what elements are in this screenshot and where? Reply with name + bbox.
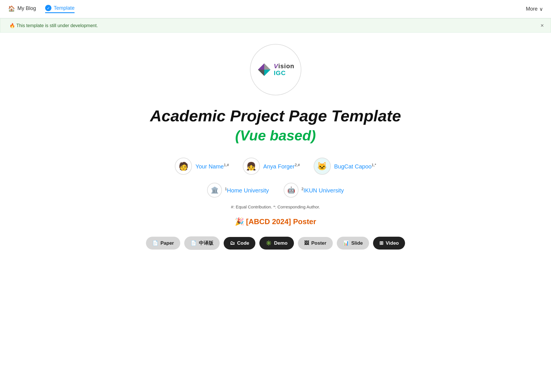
author-3[interactable]: 🐱 BugCat Capoo1,* — [314, 158, 376, 175]
demo-icon: ✳️ — [266, 240, 272, 246]
author-1[interactable]: 🧑 Your Name1,# — [175, 158, 229, 175]
page-subtitle: (Vue based) — [125, 127, 426, 144]
nav-myblog-label: My Blog — [17, 5, 36, 11]
dev-banner: 🔥 This template is still under developme… — [0, 18, 551, 33]
affiliation-2-label: 2IKUN University — [301, 187, 344, 194]
paper-button[interactable]: 📄 Paper — [146, 237, 180, 250]
affiliation-1[interactable]: 🏛️ 1Home University — [207, 183, 269, 198]
banner-close-button[interactable]: × — [540, 23, 544, 28]
author-3-avatar: 🐱 — [314, 158, 331, 175]
demo-button[interactable]: ✳️ Demo — [259, 237, 294, 250]
logo-igc-text: IGC — [274, 70, 294, 77]
logo-shapes-svg — [257, 62, 272, 77]
paper-icon: 📄 — [152, 240, 158, 246]
chevron-down-icon: ∨ — [539, 6, 543, 12]
logo-circle: Vision IGC — [250, 44, 301, 95]
banner-message: 🔥 This template is still under developme… — [7, 23, 98, 28]
affiliation-1-label: 1Home University — [225, 187, 269, 194]
author-2-name: Anya Forger2,# — [263, 163, 300, 170]
video-icon: ⊞ — [379, 240, 383, 246]
author-2[interactable]: 👧 Anya Forger2,# — [243, 158, 300, 175]
navigation: 🏠 My Blog ✓ Template More ∨ — [0, 0, 551, 18]
video-label: Video — [386, 240, 399, 246]
home-icon: 🏠 — [8, 5, 15, 12]
paper-label: Paper — [161, 240, 174, 246]
banner-text-content: 🔥 This template is still under developme… — [9, 23, 98, 28]
svg-marker-0 — [264, 63, 271, 70]
affiliations-row: 🏛️ 1Home University 🤖 2IKUN University — [125, 183, 426, 198]
poster-label: Poster — [311, 240, 326, 246]
poster-icon: 🖼 — [304, 240, 309, 246]
main-content: Vision IGC Academic Project Page Templat… — [119, 33, 433, 267]
nav-template-label: Template — [54, 5, 75, 11]
affiliation-1-avatar: 🏛️ — [207, 183, 222, 198]
footnote: #: Equal Contribution. *: Corresponding … — [125, 204, 426, 209]
video-button[interactable]: ⊞ Video — [373, 237, 405, 250]
poster-button[interactable]: 🖼 Poster — [298, 237, 333, 250]
slide-button[interactable]: 📊 Slide — [337, 237, 369, 250]
conference-text: [ABCD 2024] Poster — [246, 217, 316, 226]
svg-marker-1 — [258, 63, 264, 70]
check-icon: ✓ — [45, 5, 51, 11]
affiliation-2-avatar: 🤖 — [284, 183, 298, 198]
author-1-avatar: 🧑 — [175, 158, 192, 175]
nav-more-label: More — [526, 6, 538, 12]
code-icon: 🗂 — [230, 240, 235, 246]
svg-marker-3 — [258, 70, 264, 76]
chinese-label: 中译版 — [199, 240, 213, 246]
svg-marker-2 — [264, 70, 271, 76]
vision-igc-logo: Vision IGC — [257, 62, 294, 77]
demo-label: Demo — [274, 240, 287, 246]
slide-icon: 📊 — [343, 240, 349, 246]
slide-label: Slide — [351, 240, 363, 246]
author-2-avatar: 👧 — [243, 158, 260, 175]
author-3-name: BugCat Capoo1,* — [334, 163, 376, 170]
nav-left: 🏠 My Blog ✓ Template — [8, 5, 75, 13]
code-button[interactable]: 🗂 Code — [224, 237, 256, 250]
affiliation-2[interactable]: 🤖 2IKUN University — [284, 183, 344, 198]
logo-text: Vision IGC — [274, 63, 294, 77]
page-title: Academic Project Page Template — [125, 107, 426, 125]
chinese-button[interactable]: 📄 中译版 — [184, 236, 220, 250]
nav-template[interactable]: ✓ Template — [45, 5, 75, 13]
party-icon: 🎉 — [235, 217, 246, 226]
conference-badge: 🎉 [ABCD 2024] Poster — [125, 217, 426, 226]
nav-myblog[interactable]: 🏠 My Blog — [8, 5, 36, 13]
author-1-name: Your Name1,# — [195, 163, 229, 170]
buttons-row: 📄 Paper 📄 中译版 🗂 Code ✳️ Demo 🖼 Poster 📊 … — [125, 236, 426, 250]
logo-vision-text: Vision — [274, 63, 294, 70]
code-label: Code — [237, 240, 249, 246]
authors-row: 🧑 Your Name1,# 👧 Anya Forger2,# 🐱 BugCat… — [125, 158, 426, 175]
chinese-icon: 📄 — [191, 240, 197, 246]
nav-more[interactable]: More ∨ — [526, 6, 543, 12]
